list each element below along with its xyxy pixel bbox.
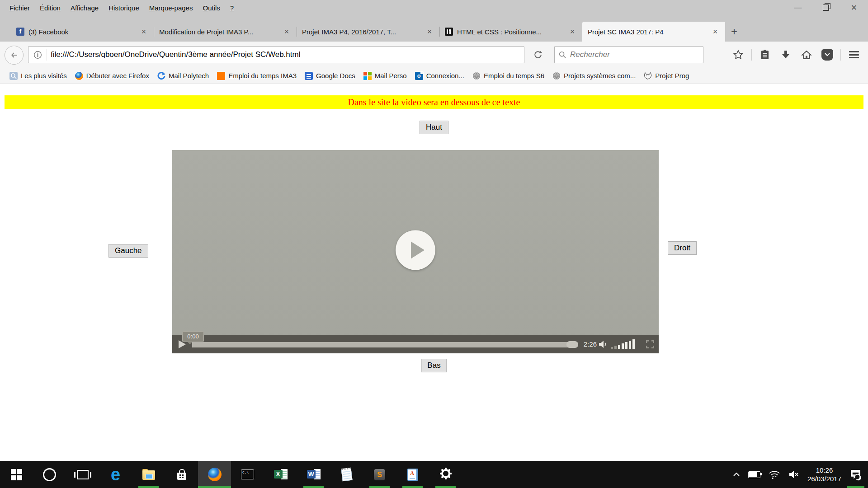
page-info-icon[interactable]: [28, 49, 47, 61]
menu-item-historique[interactable]: Historique: [104, 2, 144, 14]
navigation-toolbar: [0, 42, 868, 68]
menu-item-outils[interactable]: Outils: [198, 2, 225, 14]
taskbar-excel-button[interactable]: X: [264, 461, 297, 488]
window-controls: — ×: [784, 0, 868, 15]
search-input[interactable]: [566, 50, 699, 60]
droit-button[interactable]: Droit: [668, 241, 697, 255]
bookmark-projet-prog[interactable]: Projet Prog: [640, 70, 693, 82]
taskbar-file-explorer-button[interactable]: [132, 461, 165, 488]
close-button[interactable]: ×: [840, 0, 868, 15]
duration-label: 2:26: [584, 340, 597, 348]
bas-button[interactable]: Bas: [421, 359, 447, 372]
pocket-icon: [821, 49, 833, 61]
google-docs-icon: [305, 72, 313, 80]
taskbar-notepad-button[interactable]: [330, 461, 363, 488]
bookmark-projets-systemes[interactable]: Projets systèmes com...: [548, 70, 640, 82]
wifi-icon[interactable]: [769, 469, 780, 479]
system-tray: 10:26 26/03/2017: [733, 461, 868, 488]
tab-projet-sc-ima3[interactable]: Projet SC IMA3 2017: P4 ×: [582, 22, 725, 42]
bookmark-star-button[interactable]: [728, 46, 749, 64]
hidden-icons-chevron[interactable]: [733, 472, 740, 477]
restore-button[interactable]: [812, 0, 840, 15]
bookmark-emploi-ima3[interactable]: Emploi du temps IMA3: [213, 70, 301, 82]
reload-icon: [533, 50, 542, 59]
tab-close-icon[interactable]: ×: [566, 27, 579, 37]
time-tooltip: 0:00: [182, 331, 204, 342]
tab-close-icon[interactable]: ×: [280, 27, 293, 37]
window-header: Fichier Édition Affichage Historique Mar…: [0, 0, 868, 42]
reload-button[interactable]: [530, 47, 546, 62]
battery-icon[interactable]: [748, 471, 760, 478]
search-icon: [558, 51, 566, 59]
firefox-icon: [208, 468, 222, 481]
tab-close-icon[interactable]: ×: [137, 27, 150, 37]
orange-logo-icon: [217, 72, 225, 80]
url-input[interactable]: [47, 50, 524, 59]
sublime-text-icon: S: [374, 469, 385, 480]
bookmark-google-docs[interactable]: Google Docs: [301, 70, 359, 82]
bookmark-connexion[interactable]: o Connexion...: [411, 70, 468, 82]
menu-bar: Fichier Édition Affichage Historique Mar…: [0, 0, 868, 16]
taskbar-cortana-button[interactable]: [33, 461, 66, 488]
menu-item-affichage[interactable]: Affichage: [66, 2, 104, 14]
bookmark-emploi-s6[interactable]: Emploi du temps S6: [468, 70, 548, 82]
menu-item-edition[interactable]: Édition: [35, 2, 66, 14]
menu-item-marque-pages[interactable]: Marque-pages: [144, 2, 198, 14]
action-center-button[interactable]: [849, 461, 862, 488]
fullscreen-icon[interactable]: [645, 339, 655, 351]
hamburger-icon: [849, 51, 859, 58]
minimize-button[interactable]: —: [784, 0, 812, 15]
bookmarks-menu-button[interactable]: [755, 46, 775, 64]
page-content: Dans le site la video sera en dessous de…: [0, 84, 868, 461]
gear-icon: [439, 467, 452, 482]
back-button[interactable]: [5, 46, 24, 65]
tab-html-css[interactable]: HTML et CSS : Positionne... ×: [439, 22, 582, 42]
progress-bar[interactable]: [192, 342, 571, 347]
tab-close-icon[interactable]: ×: [423, 27, 436, 37]
tab-close-icon[interactable]: ×: [709, 27, 722, 37]
taskbar-edge-button[interactable]: e: [99, 461, 132, 488]
play-overlay-button[interactable]: [396, 230, 435, 270]
file-explorer-icon: [142, 469, 155, 480]
tab-facebook[interactable]: f (3) Facebook ×: [11, 22, 154, 42]
firefox-window: Fichier Édition Affichage Historique Mar…: [0, 0, 868, 488]
haut-button[interactable]: Haut: [420, 121, 448, 134]
taskbar-start-button[interactable]: [0, 461, 33, 488]
volume-level-bars[interactable]: [611, 339, 642, 349]
taskbar-word-button[interactable]: W: [297, 461, 330, 488]
progress-thumb[interactable]: [566, 341, 578, 348]
bookmark-debuter-firefox[interactable]: Débuter avec Firefox: [71, 70, 153, 82]
menu-item-fichier[interactable]: Fichier: [5, 2, 35, 14]
menu-item-aide[interactable]: ?: [225, 2, 239, 14]
taskbar-clock[interactable]: 10:26 26/03/2017: [807, 466, 841, 483]
menu-button[interactable]: [844, 46, 864, 64]
volume-icon[interactable]: [598, 340, 608, 351]
taskbar-store-button[interactable]: [165, 461, 198, 488]
search-bar[interactable]: [554, 46, 703, 63]
gauche-button[interactable]: Gauche: [108, 244, 148, 258]
taskbar-firefox-button[interactable]: [198, 461, 231, 488]
task-view-icon: [77, 470, 89, 479]
clock-time: 10:26: [807, 466, 841, 474]
microsoft-icon: [363, 72, 372, 80]
tab-modification-projet[interactable]: Modification de Projet IMA3 P... ×: [154, 22, 297, 42]
mail-loop-icon: [157, 72, 165, 80]
taskbar-command-prompt-button[interactable]: C:\: [231, 461, 264, 488]
bookmark-mail-polytech[interactable]: Mail Polytech: [153, 70, 213, 82]
downloads-button[interactable]: [775, 46, 796, 64]
taskbar-task-view-button[interactable]: [66, 461, 99, 488]
facebook-favicon-icon: f: [16, 28, 24, 36]
bookmark-les-plus-visites[interactable]: Les plus visités: [5, 70, 71, 82]
pocket-button[interactable]: [817, 46, 838, 64]
taskbar-sublime-button[interactable]: S: [363, 461, 396, 488]
cortana-icon: [43, 468, 56, 481]
bookmark-mail-perso[interactable]: Mail Perso: [359, 70, 411, 82]
url-bar[interactable]: [28, 46, 524, 63]
video-player[interactable]: 0:00 2:26: [172, 150, 659, 353]
tab-projet-ima3-p4[interactable]: Projet IMA3 P4, 2016/2017, T... ×: [297, 22, 439, 42]
home-button[interactable]: [796, 46, 817, 64]
taskbar-settings-button[interactable]: [429, 461, 462, 488]
volume-muted-icon[interactable]: [788, 470, 799, 479]
taskbar-text-editor-button[interactable]: A: [396, 461, 429, 488]
new-tab-button[interactable]: +: [725, 22, 743, 42]
